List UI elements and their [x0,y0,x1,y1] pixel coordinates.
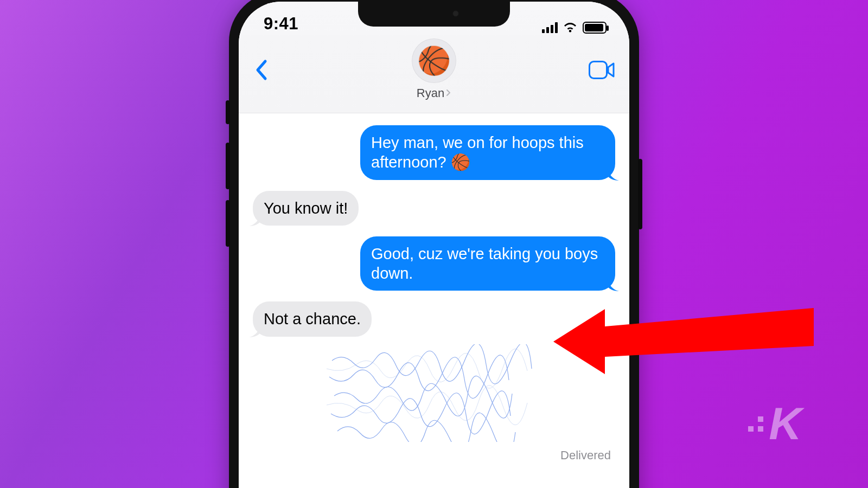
mute-switch [226,100,230,124]
notch [358,2,510,27]
wifi-icon [563,22,577,33]
conversation-header: 🏀 Ryan [239,35,629,113]
received-message-bubble[interactable]: You know it! [253,191,359,226]
watermark-letter: K [769,397,800,450]
status-icons [542,22,607,34]
contact-info[interactable]: 🏀 Ryan [412,38,456,100]
avatar-emoji: 🏀 [417,45,451,76]
svg-rect-0 [590,62,607,79]
back-button[interactable] [250,58,273,82]
delivered-status: Delivered [253,448,615,463]
cellular-icon [542,22,558,33]
message-row: Not a chance. [253,301,615,336]
power-button [638,159,642,229]
battery-icon [583,22,607,34]
contact-avatar: 🏀 [412,38,456,83]
chevron-right-icon [446,88,451,99]
message-text: Good, cuz we're taking you boys down. [371,245,598,282]
message-thread[interactable]: Hey man, we on for hoops this afternoon?… [239,113,629,463]
iphone-frame: 9:41 🏀 Ryan [229,0,639,488]
watermark-logo: K [748,397,800,450]
invisible-ink-message[interactable] [327,344,615,442]
message-row: You know it! [253,191,615,226]
message-text: Hey man, we on for hoops this afternoon?… [371,134,584,171]
message-text: You know it! [264,200,348,217]
status-time: 9:41 [264,14,298,34]
sent-message-bubble[interactable]: Hey man, we on for hoops this afternoon?… [360,125,615,180]
received-message-bubble[interactable]: Not a chance. [253,301,372,336]
sent-message-bubble[interactable]: Good, cuz we're taking you boys down. [360,236,615,291]
phone-screen: 9:41 🏀 Ryan [239,2,629,488]
volume-up-button [226,143,230,189]
message-row: Good, cuz we're taking you boys down. [253,236,615,291]
message-row [253,344,615,442]
message-row: Hey man, we on for hoops this afternoon?… [253,125,615,180]
facetime-button[interactable] [587,58,616,82]
contact-name: Ryan [417,86,444,100]
volume-down-button [226,200,230,247]
message-text: Not a chance. [264,310,361,328]
